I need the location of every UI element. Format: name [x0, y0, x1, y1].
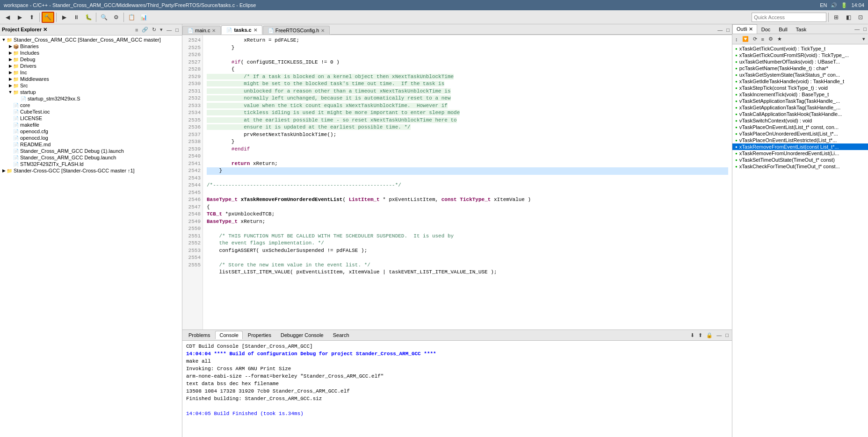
perspective-btn2[interactable]: ◧	[843, 12, 854, 23]
tree-item-includes[interactable]: ▶ 📁 Includes	[0, 50, 182, 56]
outline-item-1[interactable]: ● xTaskGetTickCount(void) : TickType_t	[732, 45, 868, 52]
run-btn[interactable]: ▶	[58, 12, 70, 23]
outline-item-4[interactable]: ● pcTaskGetName(TaskHandle_t) : char*	[732, 65, 868, 72]
tree-root-item[interactable]: ▼ 📁 Stander_Cross_ARM_GCC [Stander_Cross…	[0, 36, 182, 43]
build-btn[interactable]: 🔨	[42, 12, 54, 23]
tab-freertos-config[interactable]: 📄 FreeRTOSConfig.h ✕	[263, 26, 330, 35]
console-lock-btn[interactable]: 🔒	[705, 332, 714, 339]
tree-item-openocd-log[interactable]: 📄 openocd.log	[0, 135, 182, 141]
tasksc-close[interactable]: ✕	[253, 28, 257, 33]
outline-item-17[interactable]: ● xTaskRemoveFromUnorderedEventList(Li..…	[732, 150, 868, 157]
link-editor-btn[interactable]: 🔗	[140, 26, 150, 33]
outline-item-18[interactable]: ● vTaskSetTimeOutState(TimeOut_t* const)	[732, 157, 868, 163]
console-minimize[interactable]: —	[715, 332, 723, 338]
tree-item-openocd-cfg[interactable]: 📄 openocd.cfg	[0, 128, 182, 135]
outline-item-13[interactable]: ● vTaskPlaceOnEventList(List_t* const, c…	[732, 124, 868, 130]
tab-doc[interactable]: Doc	[757, 25, 775, 34]
tree-item-startup[interactable]: ▼ 📁 startup	[0, 89, 182, 95]
outline-item-3[interactable]: ● uxTaskGetNumberOfTasks(void) : UBaseT.…	[732, 58, 868, 65]
forward-btn[interactable]: ▶	[14, 12, 25, 23]
tree-item-readme[interactable]: 📄 README.md	[0, 141, 182, 148]
outline-item-11[interactable]: ● vTaskCallApplicationTaskHook(TaskHandl…	[732, 111, 868, 117]
tree-item-inc[interactable]: ▶ 📁 Inc	[0, 69, 182, 76]
outline-item-19[interactable]: ● xTaskCheckForTimeOut(TimeOut_t* const.…	[732, 163, 868, 170]
menu-btn[interactable]: ▾	[159, 26, 164, 33]
outline-item-12[interactable]: ● vTaskSwitchContext(void) : void	[732, 117, 868, 124]
tab-task[interactable]: Task	[792, 25, 811, 34]
project-label: Stander_Cross_ARM_GCC [Stander_Cross_ARM…	[14, 37, 161, 43]
tree-item-core[interactable]: 📄 core	[0, 102, 182, 108]
outline-item-7[interactable]: ● xTaskStepTick(const TickType_t) : void	[732, 85, 868, 91]
outline-menu[interactable]: ▾	[861, 35, 867, 43]
collapse-all-btn[interactable]: ≡	[134, 27, 139, 33]
outline-item-14[interactable]: ● vTaskPlaceOnUnorderedEventList(List_t*…	[732, 130, 868, 137]
sync-btn[interactable]: ↻	[151, 26, 158, 33]
tree-item-ld[interactable]: 📄 STM32F429ZITx_FLASH.ld	[0, 161, 182, 167]
outline-minimize[interactable]: —	[853, 26, 861, 32]
sort-btn[interactable]: ↕	[733, 35, 740, 43]
tree-root2-item[interactable]: ▶ 📁 Stander-Cross-GCC [Stander-Cross-GCC…	[0, 167, 182, 174]
quick-access-input[interactable]	[752, 13, 826, 22]
tree-item-startup-file[interactable]: 📄 startup_stm32f429xx.S	[0, 95, 182, 102]
tree-item-debug[interactable]: ▶ 📁 Debug	[0, 56, 182, 63]
perspective-btn1[interactable]: ⊞	[831, 12, 842, 23]
freertos-config-close[interactable]: ✕	[321, 28, 325, 33]
tree-item-src[interactable]: ▶ 📁 Src	[0, 82, 182, 89]
outline-item-15[interactable]: ● vTaskPlaceOnEventListRestricted(List_t…	[732, 137, 868, 143]
perspective-btn3[interactable]: ⊡	[855, 12, 866, 23]
outline-item-5[interactable]: ● uxTaskGetSystemState(TaskStatus_t* con…	[732, 72, 868, 78]
tab-console[interactable]: Console	[215, 331, 242, 339]
tab-mainc[interactable]: 📄 main.c ✕	[182, 26, 221, 35]
tab-properties[interactable]: Properties	[244, 331, 275, 339]
search-btn[interactable]: 🔍	[98, 12, 109, 23]
editor-minimize[interactable]: —	[716, 27, 724, 33]
outline-item-8[interactable]: ● xTaskIncrementTick(void) : BaseType_t	[732, 91, 868, 98]
tree-item-middlewares[interactable]: ▶ 📁 Middlewares	[0, 76, 182, 82]
code-area[interactable]: xReturn = pdFALSE; } #if( configUSE_TICK…	[203, 35, 732, 330]
filter-btn[interactable]: 🔽	[740, 35, 751, 43]
outline-item-6[interactable]: ● xTaskGetIdleTaskHandle(void) : TaskHan…	[732, 78, 868, 85]
editor-maximize[interactable]: □	[725, 27, 731, 33]
outline-item-10[interactable]: ● xTaskGetApplicationTaskTag(TaskHandle_…	[732, 104, 868, 111]
console-maximize[interactable]: □	[724, 332, 730, 338]
tab-problems[interactable]: Problems	[184, 331, 214, 339]
tab-console-label: Console	[219, 332, 238, 338]
mainc-close[interactable]: ✕	[212, 28, 216, 33]
editor-content[interactable]: 2524 2525 2526 2527 2528 2529 2530 2531 …	[182, 35, 732, 330]
settings-outline-btn[interactable]: ⚙	[767, 35, 775, 43]
collapse-outline-btn[interactable]: ≡	[760, 35, 766, 43]
tab-debugger-console[interactable]: Debugger Console	[276, 331, 328, 339]
console-clear-btn[interactable]: ⬇	[689, 332, 696, 339]
tab-bull[interactable]: Bull	[774, 25, 791, 34]
up-btn[interactable]: ⬆	[26, 12, 37, 23]
tree-item-makefile[interactable]: 📄 makefile	[0, 122, 182, 128]
maximize-panel-btn[interactable]: □	[174, 27, 180, 33]
tab-tasksc[interactable]: 📄 tasks.c ✕	[221, 25, 262, 35]
debug-btn[interactable]: 🐛	[83, 12, 94, 23]
console-line-7: Finished building: Stander_Cross_ARM_GCC…	[186, 395, 728, 402]
outline-item-2[interactable]: ● xTaskGetTickCountFromISR(void) : TickT…	[732, 52, 868, 58]
tab-outline[interactable]: Outli ✕	[732, 24, 757, 34]
ext-btn1[interactable]: 📋	[126, 12, 137, 23]
tree-item-launch1[interactable]: 📄 Stander_Cross_ARM_GCC Debug (1).launch	[0, 148, 182, 154]
tab-search[interactable]: Search	[329, 331, 354, 339]
outline-item-9[interactable]: ● vTaskSetApplicationTaskTag(TaskHandle_…	[732, 98, 868, 104]
console-scroll-up[interactable]: ⬆	[697, 332, 704, 339]
tree-item-launch2[interactable]: 📄 Stander_Cross_ARM_GCC Debug.launch	[0, 154, 182, 161]
outline-maximize[interactable]: □	[862, 26, 868, 32]
sep4	[123, 13, 124, 22]
ext-btn2[interactable]: 📊	[138, 12, 149, 23]
tree-item-license[interactable]: 📄 LICENSE	[0, 115, 182, 122]
tree-item-drivers[interactable]: ▶ 📁 Drivers	[0, 63, 182, 69]
pause-btn[interactable]: ⏸	[71, 12, 82, 23]
ld-label: STM32F429ZITx_FLASH.ld	[20, 161, 84, 167]
star-btn[interactable]: ★	[775, 35, 784, 43]
settings-btn[interactable]: ⚙	[110, 12, 122, 23]
sync-outline-btn[interactable]: ⟳	[751, 35, 759, 43]
minimize-panel-btn[interactable]: —	[165, 27, 173, 33]
outline-item-16[interactable]: ● xTaskRemoveFromEventList(const List_t*…	[732, 143, 868, 150]
tree-item-cubetest[interactable]: 📄 CubeTest.ioc	[0, 108, 182, 115]
tree-item-binaries[interactable]: ▶ 📦 Binaries	[0, 43, 182, 50]
back-btn[interactable]: ◀	[2, 12, 13, 23]
outline-label-13: vTaskPlaceOnEventList(List_t* const, con…	[739, 124, 839, 130]
